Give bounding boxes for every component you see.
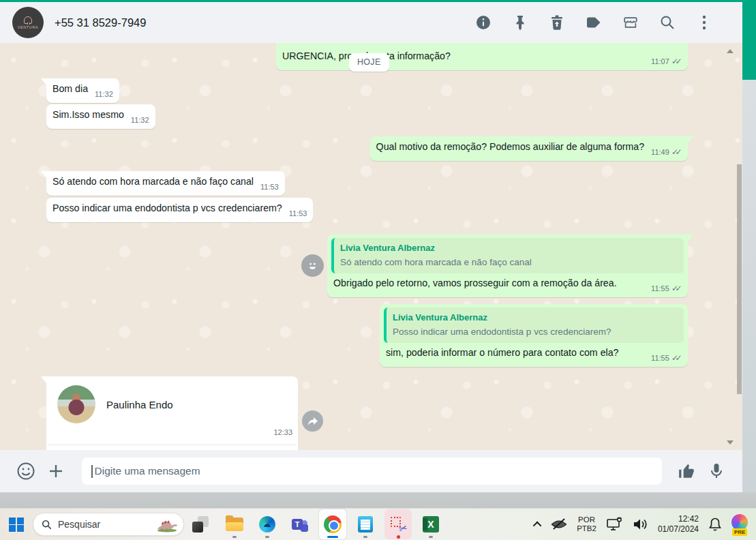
pin-button[interactable] [512,14,528,31]
excel-button[interactable]: X [417,509,444,539]
message-text: Bom dia [52,83,88,94]
contact-card[interactable]: Paulinha Endo 12:33 Conversar Adicionar [46,376,298,450]
message-meta: 11:55 ✓✓ [651,352,682,365]
task-view-button[interactable] [192,516,209,532]
double-check-icon: ✓✓ [671,57,682,66]
copilot-badge: PRE [732,528,747,536]
chat-panel[interactable]: URGENCIA, procede esta informação? 11:07… [0,43,742,450]
scrollbar-thumb[interactable] [737,164,742,394]
message-bubble-out[interactable]: Livia Ventura Albernaz Só atendo com hor… [327,235,688,297]
teal-top-accent [0,0,756,2]
snipping-tool-button[interactable]: ✂ [384,509,412,539]
notification-indicator [397,535,400,539]
chat-title[interactable]: +55 31 8529-7949 [55,16,146,29]
tray-expand-button[interactable] [533,521,542,530]
message-bubble-in[interactable]: Sim.Isso mesmo 11:32 [46,104,155,129]
copilot-button[interactable]: PRE [731,514,749,535]
quoted-message[interactable]: Livia Ventura Albernaz Só atendo com hor… [331,238,684,273]
message-input-placeholder: Digite uma mensagem [95,465,200,477]
screen: URGENCIA, procede esta informação? 11:07… [0,0,756,540]
quoted-message[interactable]: Livia Ventura Albernaz Posso indicar uma… [384,308,684,343]
text-caret [91,465,93,478]
info-icon [475,14,492,31]
storefront-button[interactable] [622,14,639,31]
forward-arrow-icon [307,417,318,426]
notepad-button[interactable] [352,509,379,539]
language-indicator[interactable]: POR PTB2 [577,515,596,533]
message-text: Só atendo com hora marcada e não faço ca… [52,176,254,187]
chrome-icon [324,515,342,533]
quote-author: Livia Ventura Albernaz [340,241,677,254]
edge-button[interactable] [254,509,281,539]
contact-name: Paulinha Endo [106,398,173,411]
message-meta: 11:07 ✓✓ [651,55,682,68]
file-explorer-button[interactable] [221,509,248,539]
composer-bar: Digite uma mensagem [0,450,742,492]
whatsapp-window: URGENCIA, procede esta informação? 11:07… [0,0,742,492]
dinosaur-icon [155,516,179,532]
thumbs-up-icon [678,462,695,480]
message-bubble-in[interactable]: Só atendo com hora marcada e não faço ca… [46,171,285,196]
volume-icon[interactable] [632,518,648,531]
message-bubble-in[interactable]: Bom dia 11:32 [46,78,119,103]
double-check-icon: ✓✓ [671,284,682,293]
taskbar-clock[interactable]: 12:42 01/07/2024 [658,514,699,535]
notification-bell-icon[interactable] [708,517,722,532]
message-input[interactable]: Digite uma mensagem [82,457,662,485]
mic-button[interactable] [706,461,727,481]
snipping-tool-icon: ✂ [390,516,406,532]
plus-icon [48,463,64,479]
quote-text: Só atendo com hora marcada e não faço ca… [340,256,677,269]
eye-off-icon[interactable] [551,518,567,531]
message-bubble-out[interactable]: URGENCIA, procede esta informação? 11:07… [276,43,688,70]
teal-edge-panel [742,0,756,80]
message-bubble-in[interactable]: Posso indicar uma endodontista p vcs cre… [46,198,313,222]
scroll-up-arrow[interactable] [727,49,734,53]
chrome-button[interactable] [319,509,346,539]
contact-avatar [57,385,95,423]
taskbar-apps: T ✂ X [221,509,444,539]
tooth-logo-icon [24,16,32,24]
emoji-button[interactable] [16,461,36,481]
message-meta: 11:49 ✓✓ [651,146,682,159]
message-time: 11:07 [651,57,669,65]
running-indicator [363,536,367,538]
gray-edge-panel [742,80,756,492]
message-time: 11:53 [260,181,279,194]
message-time: 11:32 [95,88,113,101]
right-edge [742,0,756,492]
message-time: 11:53 [289,207,307,220]
delete-button[interactable] [549,14,565,31]
scroll-down-arrow[interactable] [727,440,734,445]
taskbar-search[interactable]: Pesquisar [33,513,184,536]
start-button[interactable] [9,518,23,532]
menu-button[interactable] [696,14,712,31]
search-placeholder: Pesquisar [58,519,155,530]
message-bubble-out[interactable]: Qual motivo da remoção? Podemos auxiliar… [370,136,688,161]
system-tray: POR PTB2 12:42 01/07/2024 [535,514,756,535]
running-indicator [429,536,433,538]
clipped-text-line [282,43,682,50]
message-text: sim, poderia informar o número para cont… [386,347,618,358]
label-button[interactable] [586,14,602,31]
attach-button[interactable] [46,461,66,481]
chat-avatar[interactable]: VENTURA [12,7,44,38]
running-indicator [265,536,269,538]
desktop-strip [0,492,756,508]
double-check-icon: ✓✓ [671,353,682,363]
react-button[interactable] [301,254,324,277]
forward-button[interactable] [302,410,323,432]
cast-display-icon[interactable] [606,517,622,532]
smiley-icon [306,259,319,272]
mic-icon [709,462,724,480]
message-text: Qual motivo da remoção? Podemos auxiliar… [376,141,645,152]
running-indicator [232,536,237,538]
like-button[interactable] [676,461,697,481]
teams-button[interactable]: T [286,509,314,539]
excel-icon: X [423,516,439,532]
message-time: 11:32 [131,114,149,127]
message-bubble-out[interactable]: Livia Ventura Albernaz Posso indicar uma… [380,304,688,367]
search-button[interactable] [659,14,676,31]
info-button[interactable] [475,14,492,31]
search-icon [660,15,675,30]
